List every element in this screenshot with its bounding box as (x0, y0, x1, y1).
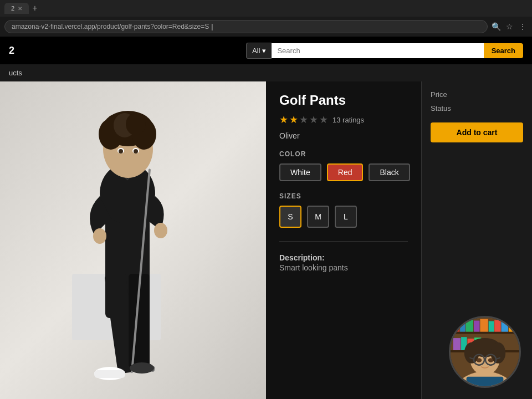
price-row: Price (431, 90, 523, 99)
rating-row: ★ ★ ★ ★ ★ 13 ratings (279, 114, 408, 126)
svg-point-17 (134, 149, 138, 154)
status-label: Status (431, 104, 451, 112)
description-label: Description: (279, 253, 325, 262)
size-s-button[interactable]: S (279, 206, 301, 228)
product-title: Golf Pants (279, 93, 408, 108)
svg-rect-29 (466, 320, 473, 332)
breadcrumb: ucts (0, 64, 532, 81)
breadcrumb-text: ucts (9, 69, 22, 77)
brand-name: Oliver (279, 131, 408, 140)
new-tab-icon[interactable]: + (32, 3, 37, 13)
address-bar[interactable]: amazona-v2-final.vercel.app/product/golf… (4, 20, 488, 33)
avatar-svg (451, 316, 519, 386)
tab-label: 2 (11, 5, 14, 12)
svg-point-16 (119, 149, 123, 154)
tab-close-icon[interactable]: ✕ (18, 6, 22, 12)
more-icon[interactable]: ⋮ (518, 22, 528, 32)
browser-action-icons: 🔍 ☆ ⋮ (491, 22, 528, 32)
browser-tab[interactable]: 2 ✕ (4, 3, 29, 14)
app-logo[interactable]: 2 (9, 45, 14, 57)
star-rating: ★ ★ ★ ★ ★ (279, 114, 328, 126)
svg-rect-25 (451, 332, 519, 334)
product-image-section (0, 81, 266, 399)
search-button[interactable]: Search (484, 43, 523, 58)
size-m-button[interactable]: M (307, 206, 329, 228)
address-text: amazona-v2-final.vercel.app/product/golf… (12, 23, 209, 30)
svg-rect-30 (474, 321, 479, 332)
description-text: Smart looking pants (279, 263, 348, 272)
product-model-image (39, 85, 227, 396)
star-5: ★ (319, 114, 328, 126)
star-3: ★ (299, 114, 308, 126)
size-options: S M L (279, 206, 408, 228)
color-red-button[interactable]: Red (327, 163, 364, 181)
star-1: ★ (279, 114, 288, 126)
bookmark-icon[interactable]: ☆ (504, 22, 514, 32)
svg-rect-33 (494, 320, 500, 332)
svg-point-13 (126, 113, 146, 135)
avatar-image (451, 318, 519, 386)
svg-point-6 (154, 223, 167, 238)
search-input[interactable] (272, 43, 483, 58)
svg-rect-32 (489, 321, 494, 332)
star-2: ★ (289, 114, 298, 126)
address-bar-row: amazona-v2-final.vercel.app/product/golf… (0, 17, 532, 37)
svg-rect-31 (480, 319, 488, 332)
svg-rect-21 (94, 370, 125, 378)
add-to-cart-button[interactable]: Add to cart (431, 122, 523, 142)
description-section: Description: Smart looking pants (279, 253, 408, 273)
product-image (0, 81, 266, 399)
price-label: Price (431, 90, 447, 99)
user-avatar (449, 316, 521, 388)
search-category-dropdown[interactable]: All ▾ (246, 43, 272, 59)
color-section-label: COLOR (279, 150, 408, 158)
svg-point-51 (477, 358, 482, 362)
sizes-section-label: SIZES (279, 192, 408, 200)
status-row: Status (431, 104, 523, 112)
browser-tab-bar: 2 ✕ + (0, 0, 532, 17)
color-black-button[interactable]: Black (369, 163, 410, 181)
svg-point-22 (130, 362, 154, 374)
size-l-button[interactable]: L (335, 206, 357, 228)
color-options: White Red Black (279, 163, 408, 181)
rating-count: 13 ratings (332, 116, 364, 124)
search-category-label: All (252, 47, 260, 55)
product-details: Golf Pants ★ ★ ★ ★ ★ 13 ratings Oliver C… (266, 81, 421, 399)
search-icon[interactable]: 🔍 (491, 22, 501, 32)
address-cursor: | (211, 23, 213, 30)
svg-point-5 (93, 228, 106, 244)
svg-point-52 (488, 358, 494, 362)
star-4: ★ (309, 114, 318, 126)
dropdown-chevron-icon: ▾ (262, 47, 266, 55)
divider (279, 241, 408, 242)
search-section: All ▾ Search (246, 43, 523, 59)
app-header: 2 All ▾ Search (0, 37, 532, 64)
svg-rect-53 (467, 377, 504, 386)
color-white-button[interactable]: White (279, 163, 321, 181)
svg-rect-36 (453, 338, 461, 350)
